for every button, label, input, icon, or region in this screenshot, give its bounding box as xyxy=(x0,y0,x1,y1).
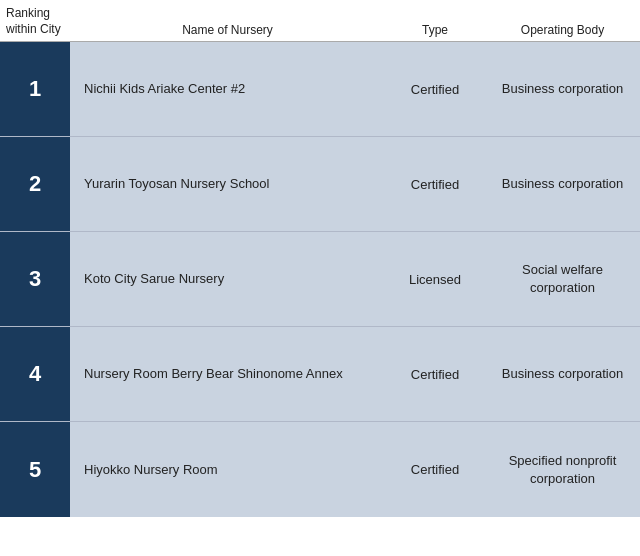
name-cell: Koto City Sarue Nursery xyxy=(70,258,385,300)
rank-number: 5 xyxy=(29,457,41,483)
type-cell: Certified xyxy=(385,359,485,390)
type-cell: Certified xyxy=(385,454,485,485)
table-body: 1 Nichii Kids Ariake Center #2 Certified… xyxy=(0,42,640,517)
rank-cell: 3 xyxy=(0,232,70,326)
table-row: 1 Nichii Kids Ariake Center #2 Certified… xyxy=(0,42,640,137)
table-row: 5 Hiyokko Nursery Room Certified Specifi… xyxy=(0,422,640,517)
header-body: Operating Body xyxy=(485,23,640,37)
table-row: 4 Nursery Room Berry Bear Shinonome Anne… xyxy=(0,327,640,422)
rank-number: 3 xyxy=(29,266,41,292)
rank-cell: 1 xyxy=(0,42,70,136)
body-cell: Specified nonprofit corporation xyxy=(485,444,640,496)
table-header: Ranking within City Name of Nursery Type… xyxy=(0,0,640,42)
body-cell: Business corporation xyxy=(485,167,640,201)
table-row: 2 Yurarin Toyosan Nursery School Certifi… xyxy=(0,137,640,232)
type-cell: Certified xyxy=(385,169,485,200)
name-cell: Nichii Kids Ariake Center #2 xyxy=(70,68,385,110)
header-rank: Ranking within City xyxy=(0,6,70,37)
rank-number: 4 xyxy=(29,361,41,387)
rank-number: 2 xyxy=(29,171,41,197)
type-cell: Certified xyxy=(385,74,485,105)
rank-number: 1 xyxy=(29,76,41,102)
table-row: 3 Koto City Sarue Nursery Licensed Socia… xyxy=(0,232,640,327)
header-name: Name of Nursery xyxy=(70,23,385,37)
nursery-table: Ranking within City Name of Nursery Type… xyxy=(0,0,640,517)
rank-cell: 4 xyxy=(0,327,70,421)
rank-cell: 5 xyxy=(0,422,70,517)
body-cell: Social welfare corporation xyxy=(485,253,640,305)
name-cell: Yurarin Toyosan Nursery School xyxy=(70,163,385,205)
name-cell: Hiyokko Nursery Room xyxy=(70,449,385,491)
header-type: Type xyxy=(385,23,485,37)
rank-cell: 2 xyxy=(0,137,70,231)
body-cell: Business corporation xyxy=(485,72,640,106)
type-cell: Licensed xyxy=(385,264,485,295)
name-cell: Nursery Room Berry Bear Shinonome Annex xyxy=(70,353,385,395)
body-cell: Business corporation xyxy=(485,357,640,391)
